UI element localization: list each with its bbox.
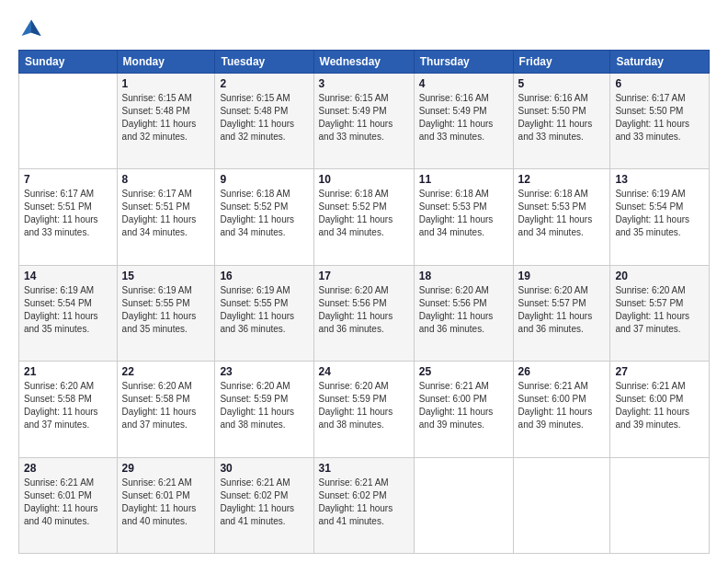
day-info: Sunrise: 6:20 AM Sunset: 5:57 PM Dayligh… — [615, 284, 704, 336]
day-info: Sunrise: 6:21 AM Sunset: 6:00 PM Dayligh… — [615, 380, 704, 431]
day-cell: 15Sunrise: 6:19 AM Sunset: 5:55 PM Dayli… — [117, 265, 215, 361]
day-number: 19 — [518, 270, 606, 282]
day-info: Sunrise: 6:15 AM Sunset: 5:48 PM Dayligh… — [122, 92, 210, 144]
week-row-1: 1Sunrise: 6:15 AM Sunset: 5:48 PM Daylig… — [19, 74, 710, 169]
day-cell: 26Sunrise: 6:21 AM Sunset: 6:00 PM Dayli… — [513, 362, 610, 457]
day-info: Sunrise: 6:17 AM Sunset: 5:50 PM Dayligh… — [615, 92, 704, 144]
week-row-5: 28Sunrise: 6:21 AM Sunset: 6:01 PM Dayli… — [19, 457, 710, 553]
day-number: 29 — [122, 462, 210, 475]
day-number: 31 — [319, 462, 409, 475]
day-number: 1 — [122, 77, 210, 90]
day-cell: 12Sunrise: 6:18 AM Sunset: 5:53 PM Dayli… — [513, 169, 610, 265]
day-cell: 22Sunrise: 6:20 AM Sunset: 5:58 PM Dayli… — [117, 362, 215, 457]
day-cell: 2Sunrise: 6:15 AM Sunset: 5:48 PM Daylig… — [215, 74, 313, 169]
day-number: 6 — [615, 77, 704, 90]
logo-icon — [18, 17, 44, 42]
week-row-4: 21Sunrise: 6:20 AM Sunset: 5:58 PM Dayli… — [19, 362, 710, 457]
header — [18, 17, 710, 42]
column-header-thursday: Thursday — [414, 51, 513, 74]
day-cell: 14Sunrise: 6:19 AM Sunset: 5:54 PM Dayli… — [19, 265, 118, 361]
day-number: 12 — [518, 173, 606, 186]
day-info: Sunrise: 6:21 AM Sunset: 6:02 PM Dayligh… — [220, 477, 308, 528]
day-info: Sunrise: 6:16 AM Sunset: 5:50 PM Dayligh… — [518, 92, 606, 144]
day-number: 30 — [220, 462, 308, 475]
header-row: SundayMondayTuesdayWednesdayThursdayFrid… — [19, 51, 710, 74]
day-info: Sunrise: 6:19 AM Sunset: 5:54 PM Dayligh… — [24, 284, 112, 336]
day-info: Sunrise: 6:17 AM Sunset: 5:51 PM Dayligh… — [24, 188, 112, 239]
day-number: 26 — [518, 365, 606, 378]
day-cell: 3Sunrise: 6:15 AM Sunset: 5:49 PM Daylig… — [313, 74, 414, 169]
day-cell: 17Sunrise: 6:20 AM Sunset: 5:56 PM Dayli… — [313, 265, 414, 361]
day-number: 5 — [518, 77, 606, 90]
day-number: 14 — [24, 270, 112, 282]
day-cell: 6Sunrise: 6:17 AM Sunset: 5:50 PM Daylig… — [610, 74, 710, 169]
day-number: 25 — [419, 365, 508, 378]
day-info: Sunrise: 6:20 AM Sunset: 5:59 PM Dayligh… — [220, 380, 308, 431]
day-number: 11 — [419, 173, 508, 186]
day-cell: 13Sunrise: 6:19 AM Sunset: 5:54 PM Dayli… — [610, 169, 710, 265]
day-info: Sunrise: 6:19 AM Sunset: 5:55 PM Dayligh… — [220, 284, 308, 336]
day-cell — [19, 74, 118, 169]
day-number: 10 — [319, 173, 409, 186]
day-info: Sunrise: 6:20 AM Sunset: 5:56 PM Dayligh… — [319, 284, 409, 336]
day-number: 17 — [319, 270, 409, 282]
day-info: Sunrise: 6:19 AM Sunset: 5:55 PM Dayligh… — [122, 284, 210, 336]
day-info: Sunrise: 6:18 AM Sunset: 5:52 PM Dayligh… — [220, 188, 308, 239]
day-number: 4 — [419, 77, 508, 90]
day-number: 22 — [122, 365, 210, 378]
day-number: 27 — [615, 365, 704, 378]
day-number: 23 — [220, 365, 308, 378]
day-info: Sunrise: 6:21 AM Sunset: 6:00 PM Dayligh… — [419, 380, 508, 431]
day-number: 18 — [419, 270, 508, 282]
day-number: 20 — [615, 270, 704, 282]
day-info: Sunrise: 6:20 AM Sunset: 5:58 PM Dayligh… — [122, 380, 210, 431]
day-info: Sunrise: 6:17 AM Sunset: 5:51 PM Dayligh… — [122, 188, 210, 239]
day-cell: 10Sunrise: 6:18 AM Sunset: 5:52 PM Dayli… — [313, 169, 414, 265]
day-cell: 11Sunrise: 6:18 AM Sunset: 5:53 PM Dayli… — [414, 169, 513, 265]
svg-marker-1 — [31, 20, 41, 37]
column-header-friday: Friday — [513, 51, 610, 74]
day-cell: 23Sunrise: 6:20 AM Sunset: 5:59 PM Dayli… — [215, 362, 313, 457]
day-number: 2 — [220, 77, 308, 90]
column-header-saturday: Saturday — [610, 51, 710, 74]
day-number: 8 — [122, 173, 210, 186]
week-row-2: 7Sunrise: 6:17 AM Sunset: 5:51 PM Daylig… — [19, 169, 710, 265]
day-number: 9 — [220, 173, 308, 186]
day-cell: 24Sunrise: 6:20 AM Sunset: 5:59 PM Dayli… — [313, 362, 414, 457]
day-number: 15 — [122, 270, 210, 282]
calendar-table: SundayMondayTuesdayWednesdayThursdayFrid… — [18, 50, 710, 554]
day-number: 16 — [220, 270, 308, 282]
day-info: Sunrise: 6:16 AM Sunset: 5:49 PM Dayligh… — [419, 92, 508, 144]
day-number: 7 — [24, 173, 112, 186]
day-cell: 19Sunrise: 6:20 AM Sunset: 5:57 PM Dayli… — [513, 265, 610, 361]
day-info: Sunrise: 6:21 AM Sunset: 6:00 PM Dayligh… — [518, 380, 606, 431]
day-number: 13 — [615, 173, 704, 186]
week-row-3: 14Sunrise: 6:19 AM Sunset: 5:54 PM Dayli… — [19, 265, 710, 361]
column-header-wednesday: Wednesday — [313, 51, 414, 74]
calendar-body: 1Sunrise: 6:15 AM Sunset: 5:48 PM Daylig… — [19, 74, 710, 554]
day-info: Sunrise: 6:20 AM Sunset: 5:57 PM Dayligh… — [518, 284, 606, 336]
column-header-monday: Monday — [117, 51, 215, 74]
day-cell: 9Sunrise: 6:18 AM Sunset: 5:52 PM Daylig… — [215, 169, 313, 265]
day-cell — [610, 457, 710, 553]
day-cell: 25Sunrise: 6:21 AM Sunset: 6:00 PM Dayli… — [414, 362, 513, 457]
day-info: Sunrise: 6:21 AM Sunset: 6:02 PM Dayligh… — [319, 477, 409, 528]
day-cell: 18Sunrise: 6:20 AM Sunset: 5:56 PM Dayli… — [414, 265, 513, 361]
day-cell: 21Sunrise: 6:20 AM Sunset: 5:58 PM Dayli… — [19, 362, 118, 457]
day-cell: 30Sunrise: 6:21 AM Sunset: 6:02 PM Dayli… — [215, 457, 313, 553]
day-info: Sunrise: 6:18 AM Sunset: 5:52 PM Dayligh… — [319, 188, 409, 239]
day-cell: 16Sunrise: 6:19 AM Sunset: 5:55 PM Dayli… — [215, 265, 313, 361]
logo — [18, 17, 48, 42]
day-number: 3 — [319, 77, 409, 90]
day-cell: 29Sunrise: 6:21 AM Sunset: 6:01 PM Dayli… — [117, 457, 215, 553]
day-info: Sunrise: 6:19 AM Sunset: 5:54 PM Dayligh… — [615, 188, 704, 239]
day-info: Sunrise: 6:15 AM Sunset: 5:48 PM Dayligh… — [220, 92, 308, 144]
day-cell: 7Sunrise: 6:17 AM Sunset: 5:51 PM Daylig… — [19, 169, 118, 265]
day-number: 21 — [24, 365, 112, 378]
day-cell — [414, 457, 513, 553]
day-cell: 5Sunrise: 6:16 AM Sunset: 5:50 PM Daylig… — [513, 74, 610, 169]
day-cell: 8Sunrise: 6:17 AM Sunset: 5:51 PM Daylig… — [117, 169, 215, 265]
day-number: 28 — [24, 462, 112, 475]
column-header-sunday: Sunday — [19, 51, 118, 74]
page: SundayMondayTuesdayWednesdayThursdayFrid… — [0, 0, 728, 563]
